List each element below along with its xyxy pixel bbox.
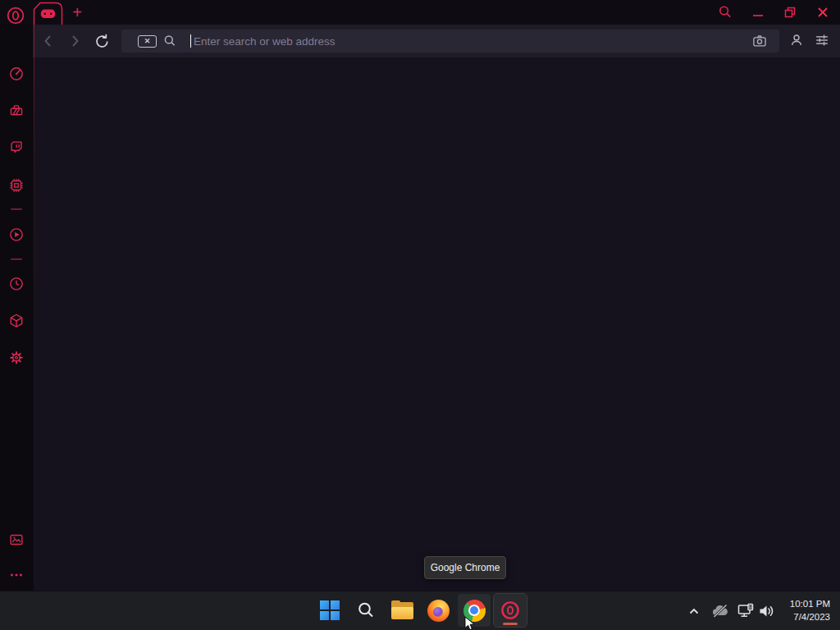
tab-strip: + (0, 0, 840, 25)
dustpan-icon (7, 102, 25, 120)
running-indicator (503, 623, 518, 625)
close-icon (816, 6, 829, 19)
easy-setup-button[interactable] (813, 31, 831, 49)
chevron-up-icon (687, 604, 701, 619)
chrome-button[interactable] (458, 594, 491, 627)
twitch-icon (7, 139, 25, 157)
screen: + (0, 0, 840, 630)
text-caret (190, 34, 191, 48)
image-icon (7, 531, 25, 549)
reload-icon (93, 32, 112, 51)
opera-gx-logo (5, 5, 26, 26)
address-input[interactable] (194, 30, 686, 52)
sidebar-divider (11, 208, 22, 210)
search-icon (355, 600, 377, 621)
search-icon (162, 34, 177, 48)
taskbar-search-button[interactable] (349, 594, 382, 627)
minimize-icon (751, 5, 765, 20)
camera-icon (751, 33, 771, 49)
ethernet-icon (736, 601, 756, 621)
sidebar-item-gx-control[interactable] (6, 175, 27, 196)
sidebar-item-snapshot[interactable] (6, 529, 27, 550)
taskbar: 10:01 PM 7/4/2023 (0, 591, 840, 630)
forward-button[interactable] (66, 32, 84, 50)
profile-button[interactable] (788, 31, 806, 49)
tray-hidden-icons-button[interactable] (682, 595, 705, 628)
active-tab[interactable] (34, 3, 62, 24)
folder-icon (391, 602, 413, 619)
new-tab-button[interactable]: + (68, 2, 86, 23)
sliders-icon (813, 31, 831, 49)
gear-icon (7, 349, 25, 367)
gamepad-icon (40, 8, 56, 20)
sidebar-item-speed-dial[interactable] (6, 63, 27, 84)
reload-button[interactable] (93, 32, 111, 50)
sidebar-item-player[interactable] (6, 224, 27, 245)
firefox-button[interactable] (422, 594, 454, 627)
opera-gx-icon (500, 600, 521, 621)
page-content (34, 57, 840, 591)
cpu-chip-icon (7, 176, 25, 194)
clock-icon (7, 275, 25, 293)
titlebar-search-button[interactable] (713, 2, 737, 23)
opera-gx-window: + (0, 0, 840, 591)
cloud-offline-icon (710, 601, 730, 621)
firefox-icon (427, 600, 450, 622)
close-button[interactable] (810, 2, 835, 23)
sidebar-item-gx-cleaner[interactable] (6, 100, 27, 121)
chrome-icon (463, 600, 486, 622)
sidebar-item-history[interactable] (6, 273, 27, 294)
sidebar-item-twitch[interactable] (6, 137, 27, 158)
snapshot-camera-button[interactable] (751, 32, 771, 50)
volume-tray-button[interactable] (755, 595, 778, 628)
person-icon (788, 31, 806, 49)
sidebar-item-settings[interactable] (6, 347, 27, 368)
speed-dial-badge-icon: ✕ (138, 35, 157, 48)
tab-neon-outline (0, 0, 574, 25)
chevron-right-icon (66, 32, 84, 50)
tray-date: 7/4/2023 (776, 610, 830, 623)
play-circle-icon (7, 226, 25, 244)
search-icon (717, 4, 733, 21)
onedrive-tray-button[interactable] (709, 595, 732, 628)
opera-gx-button[interactable] (494, 594, 527, 627)
taskbar-tooltip: Google Chrome (424, 556, 506, 579)
address-bar[interactable]: ✕ (121, 30, 779, 52)
sidebar-item-setup[interactable] (6, 564, 27, 586)
file-explorer-button[interactable] (386, 594, 418, 627)
sidebar-divider (11, 258, 22, 260)
minimize-button[interactable] (746, 2, 770, 23)
sidebar-item-extensions[interactable] (6, 310, 27, 331)
sidebar (0, 0, 33, 591)
speaker-icon (756, 601, 776, 621)
speedometer-icon (7, 65, 25, 83)
restore-icon (783, 5, 797, 20)
clock[interactable]: 10:01 PM 7/4/2023 (776, 597, 830, 623)
ellipsis-icon (7, 566, 25, 584)
start-button[interactable] (313, 594, 346, 627)
neon-edge-line (34, 25, 34, 336)
taskbar-apps (313, 594, 527, 627)
chevron-left-icon (39, 32, 57, 50)
maximize-button[interactable] (778, 2, 802, 23)
tray-time: 10:01 PM (776, 597, 830, 610)
cube-icon (7, 312, 25, 330)
windows-logo-icon (320, 600, 340, 620)
toolbar: ✕ (33, 25, 840, 57)
back-button[interactable] (39, 32, 57, 50)
network-tray-button[interactable] (734, 595, 757, 628)
